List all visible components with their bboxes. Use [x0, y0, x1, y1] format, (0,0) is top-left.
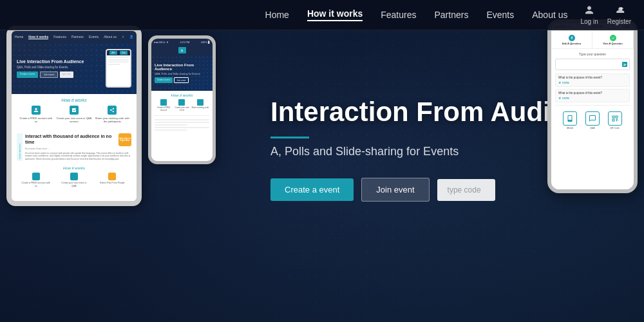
phone-hiw-step3: Share meeting code: [191, 99, 209, 111]
vote-question-label: Vote A Question: [603, 42, 623, 45]
phone-center-create-btn[interactable]: Create a event: [155, 77, 173, 83]
tablet-badge-text: Ask a Quest Right Now: [118, 138, 131, 142]
phone-center-battery: 100% ▊: [201, 41, 210, 44]
nav-partners[interactable]: Partners: [435, 10, 469, 20]
vote-label-2: VOTE: [562, 97, 569, 100]
phone-center-screen: ●●● BELL ▼ 4:21 PM 100% ▊ a Live Interac…: [151, 39, 213, 161]
tablet-interact-body: It's never been easier to connect with p…: [25, 152, 131, 162]
tablet-vote-btn: Vote: [120, 51, 128, 55]
nav-events[interactable]: Events: [486, 10, 514, 20]
tablet-step1-icon: [32, 106, 41, 115]
event-icon: [71, 108, 77, 113]
login-label: Log in: [581, 18, 598, 25]
tablet2-step3: Select First From People: [98, 173, 127, 187]
phone-center-hiw-steps: Create a FREE account Create your own ev…: [155, 99, 209, 111]
type-code-input[interactable]: type code: [437, 179, 495, 201]
question-item-1: What is the purpose of this event? ★ VOT…: [555, 73, 630, 87]
tablet-hiw-steps: Create a FREE account with us Create you…: [17, 106, 131, 123]
tablet2-step1: Create a FREE account with us: [21, 173, 50, 187]
checkmark-svg: [611, 36, 615, 40]
phone-icon-text: Mobile: [567, 127, 573, 129]
phone-body-line2: [155, 122, 209, 123]
vote-icon: [610, 35, 616, 41]
nav-home[interactable]: Home: [265, 10, 289, 20]
phone-center-divider: [154, 115, 210, 116]
question2-vote[interactable]: ★ VOTE: [558, 96, 627, 100]
tablet-join-btn[interactable]: Join event: [40, 71, 58, 78]
phone-app-logo-text: a: [181, 48, 183, 52]
question1-vote[interactable]: ★ VOTE: [558, 80, 627, 84]
tablet-navbar: Home How it works Features Partners Even…: [12, 31, 137, 43]
microphone-icon: [569, 35, 575, 41]
tablet-screen: Home How it works Features Partners Even…: [12, 31, 137, 201]
question-input[interactable]: [555, 59, 630, 70]
tablet-interact-sub: Its easier than ever ...: [25, 147, 131, 150]
tablet-interact-sidebar: Interaction: [17, 133, 23, 161]
phone-body-line3: [155, 124, 187, 126]
phone-hiw-icon2: [178, 99, 185, 106]
send-icon: [622, 62, 627, 67]
tab-ask-question[interactable]: Ask A Question: [551, 31, 592, 48]
tablet-hiw2-section: How it works Create a FREE account with …: [12, 164, 137, 190]
phone-hiw-icon1: [160, 99, 167, 106]
phone-hiw-text3: Share meeting code: [191, 107, 209, 109]
navbar: Home How it works Features Partners Even…: [0, 0, 644, 30]
qr-icon-box: [608, 111, 622, 126]
star-icon-1: ★: [558, 80, 561, 84]
mic-svg: [570, 36, 574, 40]
phone-right-body: Type your question What is the purpose o…: [551, 49, 634, 136]
question2-text: What is the purpose of this event?: [558, 91, 627, 95]
tablet2-step1-text: Create a FREE account with us: [21, 182, 50, 187]
phone-center-app-bar: a: [151, 45, 213, 55]
tablet-ask-btn: Ask: [109, 51, 117, 55]
tablet-nav-home: Home: [15, 35, 23, 39]
phone-app-logo: a: [178, 47, 186, 53]
qr-icon-text: QR Code: [610, 127, 620, 129]
tablet2-step2-text: Create your own event or Q&A: [59, 182, 88, 187]
phone-body-line4: [155, 127, 209, 128]
phone-center-join-btn[interactable]: Join event: [174, 77, 189, 83]
tablet-hero: Live Interaction From Audience Q&A, Poll…: [12, 43, 137, 94]
icon-item-chat: Q&A: [583, 111, 602, 129]
tablet-nav-events: Events: [89, 35, 99, 39]
icon-item-phone: Mobile: [560, 111, 580, 129]
question-item-2: What is the purpose of this event? ★ VOT…: [555, 89, 630, 102]
tablet-create-btn[interactable]: Create a event: [17, 71, 38, 78]
tablet-badge: Ask a Quest Right Now: [118, 133, 131, 146]
phone-center-device: ●●● BELL ▼ 4:21 PM 100% ▊ a Live Interac…: [148, 35, 216, 164]
user-icon: [33, 108, 39, 113]
phone-hiw-text2: Create your own event: [173, 107, 191, 111]
phone-center-hiw: How it works Create a FREE account Creat…: [151, 91, 213, 114]
tablet-interact-content: Ask a Quest Right Now Interact with thou…: [25, 133, 131, 161]
phone-right-tabs: Ask A Question Vote A Question: [551, 31, 634, 49]
chat-icon-text: Q&A: [590, 127, 594, 129]
nav-features[interactable]: Features: [381, 10, 416, 20]
tablet-phone-mini-body: [107, 55, 130, 67]
tablet-hiw-section: How it works Create a FREE account with …: [12, 94, 137, 131]
phone-body-line5: [155, 129, 187, 131]
tablet-hero-text-area: Live Interaction From Audience Q&A, Poll…: [17, 59, 84, 78]
chat-icon: [589, 115, 596, 122]
tablet-phone-mini-header: Ask Vote: [107, 50, 130, 55]
register-button[interactable]: Register: [607, 5, 631, 25]
tablet2-step3-icon: [108, 173, 116, 180]
nav-how-it-works[interactable]: How it works: [307, 8, 363, 21]
tablet-step-1: Create a FREE account with us: [18, 106, 53, 123]
phone-hiw-step1: Create a FREE account: [155, 99, 173, 111]
phone-hiw-step2: Create your own event: [173, 99, 191, 111]
login-button[interactable]: Log in: [581, 5, 598, 25]
tablet2-step2: Create your own event or Q&A: [59, 173, 88, 187]
smartphone-icon: [566, 115, 574, 122]
tablet-code-input[interactable]: type code: [60, 71, 73, 78]
phone-hiw-icon3: [197, 99, 204, 106]
nav-about[interactable]: About us: [532, 10, 567, 20]
phone-center-body: [151, 117, 213, 134]
phone-right-bottom-icons: Mobile Q&A QR Code: [555, 108, 630, 133]
join-event-button[interactable]: Join event: [361, 178, 429, 202]
create-event-button[interactable]: Create a event: [270, 178, 354, 201]
tablet-nav-hiw: How it works: [28, 35, 48, 39]
tab-vote-question[interactable]: Vote A Question: [592, 31, 634, 48]
tablet-device: Home How it works Features Partners Even…: [6, 26, 142, 206]
tablet-nav-features: Features: [53, 35, 66, 39]
tablet-nav-icon1: ⬆: [122, 35, 124, 39]
